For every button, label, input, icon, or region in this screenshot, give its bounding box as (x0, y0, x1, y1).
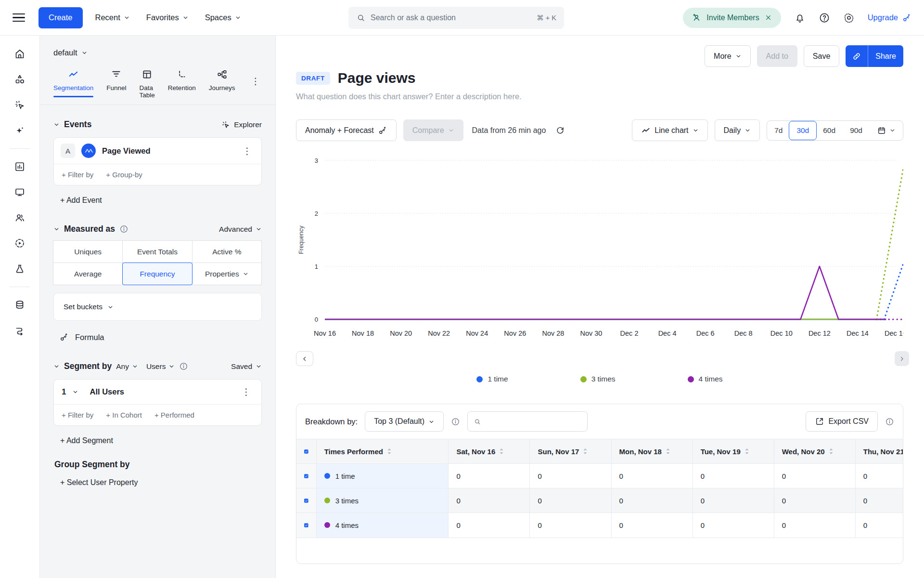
formula-button[interactable]: Formula (53, 332, 262, 342)
frequency-line-chart[interactable]: 0123Nov 16Nov 18Nov 20Nov 22Nov 24Nov 26… (296, 154, 903, 344)
session-replay-icon[interactable] (10, 234, 29, 253)
measure-event-totals[interactable]: Event Totals (122, 240, 192, 263)
segment-options-menu[interactable]: ⋮ (239, 386, 254, 397)
invite-members-button[interactable]: Invite Members (683, 8, 781, 28)
event-options-menu[interactable]: ⋮ (240, 145, 255, 157)
measure-properties[interactable]: Properties (192, 263, 262, 285)
help-icon[interactable] (819, 12, 830, 24)
segment-name[interactable]: All Users (90, 387, 232, 396)
set-buckets-dropdown[interactable]: Set buckets (53, 293, 262, 321)
event-group-by[interactable]: + Group-by (106, 171, 142, 179)
legend-item-1-time[interactable]: 1 time (476, 375, 508, 383)
close-icon[interactable] (764, 13, 772, 22)
global-search[interactable]: ⌘ + K (348, 7, 564, 29)
advanced-dropdown[interactable]: Advanced (219, 225, 262, 234)
column-header[interactable]: Wed, Nov 20 (774, 439, 855, 464)
collapse-events-icon[interactable] (53, 121, 60, 128)
workspace-selector[interactable]: default (53, 48, 262, 57)
measure-uniques[interactable]: Uniques (53, 240, 123, 263)
segment-users-dropdown[interactable]: Users (146, 362, 175, 371)
upgrade-link[interactable]: Upgrade (868, 13, 911, 23)
range-60d[interactable]: 60d (816, 121, 843, 140)
sort-icon[interactable] (829, 448, 834, 455)
granularity-dropdown[interactable]: Daily (715, 119, 760, 141)
segment-filter-by[interactable]: + Filter by (62, 411, 93, 419)
sort-icon[interactable] (744, 448, 749, 455)
users-icon[interactable] (10, 208, 29, 227)
info-icon[interactable] (179, 362, 188, 371)
create-button[interactable]: Create (38, 7, 83, 28)
nav-favorites[interactable]: Favorites (146, 13, 189, 22)
add-segment-button[interactable]: + Add Segment (53, 436, 262, 445)
checkbox-checked[interactable] (304, 520, 308, 530)
sort-icon[interactable] (583, 448, 588, 455)
measure-average[interactable]: Average (53, 263, 123, 285)
column-header[interactable]: Mon, Nov 18 (611, 439, 693, 464)
copy-link-button[interactable] (846, 45, 868, 67)
info-icon[interactable] (119, 224, 128, 234)
tab-segmentation[interactable]: Segmentation (53, 69, 93, 97)
segment-performed[interactable]: + Performed (154, 411, 194, 419)
saved-dropdown[interactable]: Saved (231, 362, 262, 371)
select-user-property-button[interactable]: + Select User Property (53, 478, 262, 487)
nav-spaces[interactable]: Spaces (205, 13, 241, 22)
notifications-bell-icon[interactable] (794, 12, 806, 24)
save-button[interactable]: Save (804, 45, 839, 67)
breakdown-dropdown[interactable]: Top 3 (Default) (365, 411, 444, 432)
row-label-cell[interactable]: 3 times (316, 488, 449, 513)
chart-scroll-left-button[interactable] (296, 351, 313, 366)
chevron-down-icon[interactable] (72, 389, 78, 395)
tab-retention[interactable]: Retention (168, 69, 196, 97)
range-30d[interactable]: 30d (789, 121, 817, 140)
search-input[interactable] (371, 13, 532, 22)
experiments-flask-icon[interactable] (10, 259, 29, 278)
more-button[interactable]: More (705, 45, 750, 67)
cursor-click-icon[interactable] (10, 95, 29, 115)
row-label-cell[interactable]: 4 times (316, 513, 449, 538)
custom-date-range[interactable] (870, 121, 903, 140)
hamburger-menu-icon[interactable] (13, 13, 25, 22)
info-icon[interactable] (451, 417, 460, 426)
checkbox-checked[interactable] (304, 447, 308, 457)
collapse-segment-icon[interactable] (53, 363, 60, 369)
info-icon[interactable] (885, 417, 894, 426)
column-header[interactable]: Sun, Nov 17 (530, 439, 611, 464)
tab-funnel[interactable]: Funnel (106, 69, 126, 97)
range-7d[interactable]: 7d (767, 121, 790, 140)
measure-active-pct[interactable]: Active % (192, 240, 262, 263)
checkbox-checked[interactable] (304, 471, 308, 481)
segment-in-cohort[interactable]: + In Cohort (106, 411, 142, 419)
measure-frequency[interactable]: Frequency (122, 263, 192, 285)
chart-scroll-right-button[interactable] (895, 351, 909, 366)
pathways-icon[interactable] (10, 321, 29, 340)
sort-icon[interactable] (499, 448, 504, 455)
tab-data-table[interactable]: Data Table (140, 69, 155, 105)
column-header[interactable]: Tue, Nov 19 (693, 439, 774, 464)
dashboards-icon[interactable] (10, 183, 29, 202)
explorer-button[interactable]: Explorer (221, 120, 262, 130)
tab-journeys[interactable]: Journeys (209, 69, 235, 97)
anomaly-forecast-button[interactable]: Anomaly + Forecast (296, 119, 397, 141)
charts-icon[interactable] (10, 157, 29, 176)
tabs-more-menu[interactable]: ⋮ (248, 76, 263, 87)
row-label-cell[interactable]: 1 time (316, 464, 449, 488)
chart-description-placeholder[interactable]: What question does this chart answer? En… (296, 92, 903, 101)
export-csv-button[interactable]: Export CSV (806, 411, 878, 432)
sort-icon[interactable] (387, 448, 392, 455)
add-event-button[interactable]: + Add Event (53, 196, 262, 205)
range-90d[interactable]: 90d (843, 121, 870, 140)
page-title[interactable]: Page views (338, 70, 416, 86)
event-filter-by[interactable]: + Filter by (62, 171, 93, 179)
breakdown-search[interactable] (467, 411, 588, 432)
settings-gear-icon[interactable] (843, 12, 855, 24)
sort-icon[interactable] (666, 448, 670, 455)
chart-type-dropdown[interactable]: Line chart (632, 119, 707, 141)
add-to-button[interactable]: Add to (757, 45, 797, 67)
segment-any-dropdown[interactable]: Any (116, 362, 138, 371)
checkbox-checked[interactable] (304, 496, 308, 506)
legend-item-4-times[interactable]: 4 times (688, 375, 723, 383)
nav-recent[interactable]: Recent (95, 13, 130, 22)
legend-item-3-times[interactable]: 3 times (580, 375, 616, 383)
share-button[interactable]: Share (868, 45, 903, 67)
refresh-icon[interactable] (555, 126, 565, 135)
